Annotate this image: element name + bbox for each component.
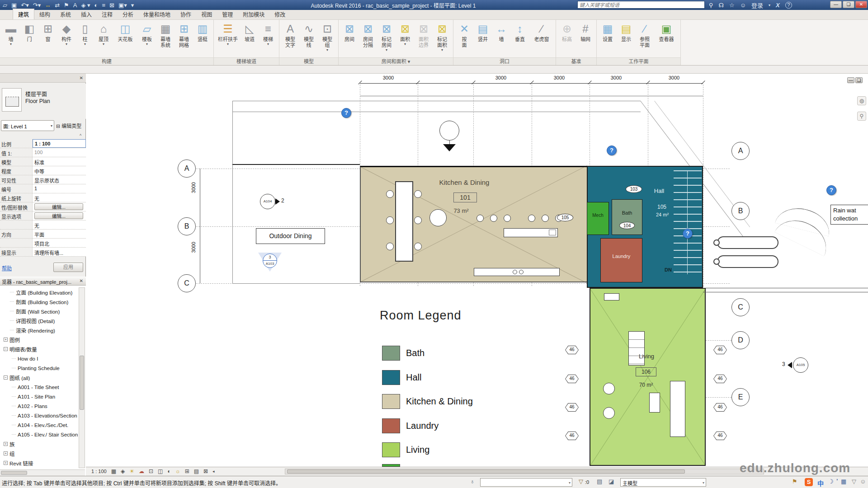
elevation-marker[interactable]: A104 xyxy=(260,194,275,209)
text-icon[interactable]: A xyxy=(73,2,77,9)
room-number-tag[interactable]: 104 xyxy=(619,222,635,229)
dimension-text[interactable]: 3000 xyxy=(606,75,626,80)
tree-item[interactable]: A001 - Title Sheet xyxy=(0,382,78,392)
room-label[interactable]: Bath xyxy=(612,210,642,216)
zoom-icon[interactable]: ⚲ xyxy=(857,112,866,121)
room-separator-button[interactable]: ⊠房间分隔 xyxy=(359,21,377,49)
analytical-model-icon[interactable]: ▤ xyxy=(194,468,199,474)
room-label[interactable]: Kitchen & Dining xyxy=(415,178,514,186)
options-edit-icon[interactable]: ◪ xyxy=(609,478,614,485)
tree-item[interactable]: +图例 xyxy=(0,335,78,344)
mullion-button[interactable]: ▥竖梃 xyxy=(193,21,212,43)
stair-button[interactable]: ≡楼梯▾ xyxy=(259,21,277,47)
tree-item[interactable]: −图纸 (all) xyxy=(0,373,78,382)
opening-by-face-button[interactable]: ✕按面 xyxy=(455,21,473,49)
redo-icon[interactable]: ↷▾ xyxy=(33,2,41,9)
rain-water-label[interactable]: Rain wat collection xyxy=(830,205,868,225)
keynote-tag[interactable]: 46 xyxy=(713,375,727,383)
tree-item[interactable]: Planting Schedule xyxy=(0,363,78,373)
view-minimize-icon[interactable]: — xyxy=(847,77,854,83)
section-bubble[interactable]: 3 A103 xyxy=(263,253,277,268)
keynote-tag[interactable]: 46 xyxy=(565,403,579,412)
collapse-icon[interactable]: − xyxy=(4,375,8,380)
keynote-tag[interactable]: 46 xyxy=(713,346,727,354)
column-button[interactable]: ▯柱▾ xyxy=(76,21,94,47)
railing-button[interactable]: ☰栏杆扶手▾ xyxy=(216,21,240,47)
tree-item[interactable]: How do I xyxy=(0,354,78,363)
ime-chinese-mode[interactable]: 中 xyxy=(817,479,824,488)
coffee-table[interactable] xyxy=(649,393,660,413)
roof-button[interactable]: ⌂屋顶▾ xyxy=(94,21,113,47)
tab-systems[interactable]: 系统 xyxy=(55,9,76,19)
keynote-tag[interactable]: 46 xyxy=(565,375,579,383)
ime-moon-icon[interactable]: ☽ xyxy=(828,478,834,485)
default-3d-view-icon[interactable]: ◈ ▾ xyxy=(81,2,90,9)
room-button[interactable]: ⊠房间 xyxy=(340,21,359,43)
elevation-marker[interactable]: A105 xyxy=(793,357,808,373)
sign-in-label[interactable]: 登录 xyxy=(751,1,763,9)
undo-icon[interactable]: ↶▾ xyxy=(21,2,28,9)
ime-punctuation-icon[interactable]: ’ xyxy=(836,477,838,485)
tree-item[interactable]: A103 - Elevations/Section xyxy=(0,411,78,420)
rain-tank[interactable] xyxy=(717,255,778,268)
help-marker[interactable]: ? xyxy=(826,185,836,195)
help-marker[interactable]: ? xyxy=(341,108,351,118)
collapse-arrow-icon[interactable]: ◂ xyxy=(212,469,215,474)
temporary-hide-isolate-icon[interactable]: ◐ xyxy=(167,468,170,474)
tree-item[interactable]: A101 - Site Plan xyxy=(0,392,78,401)
close-button[interactable]: ✕ xyxy=(855,1,867,8)
project-browser-header[interactable]: 览器 - rac_basic_sample_proj... ✕ xyxy=(0,277,86,286)
tab-analyze[interactable]: 分析 xyxy=(118,9,138,19)
search-input[interactable] xyxy=(577,1,705,9)
room-number-tag[interactable]: 101 xyxy=(453,192,477,202)
tab-view[interactable]: 视图 xyxy=(196,9,217,19)
window-button[interactable]: ⊞窗 xyxy=(39,21,57,43)
save-icon[interactable]: ▣ xyxy=(11,2,17,9)
tree-item[interactable]: A104 - Elev./Sec./Det. xyxy=(0,420,78,430)
keynote-tag[interactable]: 46 xyxy=(713,432,727,440)
keynote-tag[interactable]: 46 xyxy=(713,403,727,412)
close-icon[interactable]: ✕ xyxy=(80,278,83,283)
close-icon[interactable]: ✕ xyxy=(80,75,83,80)
tree-item[interactable]: 剖面 (Wall Section) xyxy=(0,306,78,316)
selection-filter-icon[interactable]: ▽ xyxy=(852,478,856,485)
customize-qat-icon[interactable]: ▾ xyxy=(131,2,134,9)
wall-opening-button[interactable]: ↔墙 xyxy=(492,21,510,43)
dining-table[interactable] xyxy=(395,181,413,262)
component-button[interactable]: ◆构件▾ xyxy=(57,21,75,47)
room-label[interactable]: Mech xyxy=(587,213,609,218)
show-workplane-button[interactable]: ▤显示 xyxy=(617,21,635,43)
keynote-tag[interactable]: 46 xyxy=(565,346,579,354)
switch-windows-icon[interactable]: ▣▾ xyxy=(118,2,127,9)
room-label[interactable]: Living xyxy=(628,353,665,360)
view-restore-icon[interactable]: ❏ xyxy=(855,77,863,83)
ceiling-button[interactable]: ◫天花板 xyxy=(113,21,137,43)
grid-bubble[interactable]: A xyxy=(731,142,750,160)
expand-icon[interactable]: + xyxy=(4,451,8,455)
tag-area-button[interactable]: ⊠标记面积▾ xyxy=(433,21,451,53)
room-laundry[interactable] xyxy=(600,238,642,282)
view-scale-label[interactable]: 1 : 100 xyxy=(91,469,107,474)
dimension-text[interactable]: 3000 xyxy=(549,75,569,80)
dimension-text[interactable]: 3000 xyxy=(191,182,196,193)
panel-label-build[interactable]: 构建 xyxy=(0,57,213,65)
user-icon[interactable]: ☺ xyxy=(740,2,746,9)
design-options-icon[interactable]: ▤ xyxy=(597,478,602,485)
panel-label-datum[interactable]: 基准 xyxy=(556,57,596,65)
sign-in-caret-icon[interactable]: ▾ xyxy=(769,3,770,7)
editing-requests-icon[interactable]: ▽ xyxy=(579,478,583,485)
ime-keyboard-icon[interactable]: ▦ xyxy=(841,478,846,485)
room-mech[interactable] xyxy=(587,202,609,235)
exchange-apps-icon[interactable]: X xyxy=(776,2,780,9)
edit-button[interactable]: 编辑... xyxy=(34,203,83,210)
dimension-text[interactable]: 3000 xyxy=(491,75,511,80)
grid-bubble[interactable]: D xyxy=(731,331,750,349)
tab-manage[interactable]: 管理 xyxy=(217,9,238,19)
shelving[interactable] xyxy=(628,331,645,366)
curtain-system-button[interactable]: ▦幕墙系统 xyxy=(156,21,175,49)
ref-plane-button[interactable]: ∕参照平面 xyxy=(636,21,654,49)
reveal-constraints-icon[interactable]: ⊠ xyxy=(203,468,208,474)
tab-architecture[interactable]: 建筑 xyxy=(13,9,34,19)
grid-button[interactable]: #轴网 xyxy=(576,21,594,43)
tab-structure[interactable]: 结构 xyxy=(34,9,55,19)
